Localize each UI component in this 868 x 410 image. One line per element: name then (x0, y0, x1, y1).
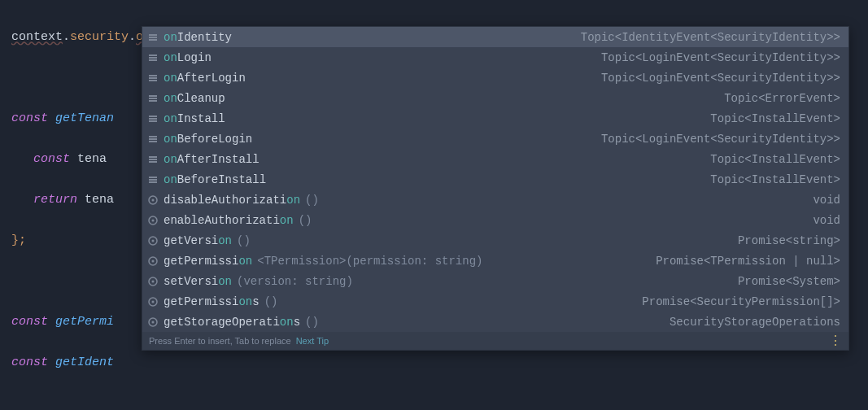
completion-label: onIdentity (164, 31, 232, 44)
code-token: context (11, 30, 63, 44)
method-icon (147, 215, 159, 226)
svg-rect-16 (149, 138, 157, 140)
svg-rect-18 (149, 156, 157, 158)
autocomplete-item[interactable]: getVersion()Promise<string> (142, 230, 848, 251)
autocomplete-item[interactable]: onCleanupTopic<ErrorEvent> (142, 88, 848, 108)
svg-rect-5 (149, 59, 157, 61)
svg-rect-14 (149, 120, 157, 122)
svg-point-31 (152, 260, 155, 262)
svg-rect-23 (149, 181, 157, 183)
autocomplete-item[interactable]: onLoginTopic<LoginEvent<SecurityIdentity… (142, 47, 848, 68)
svg-rect-3 (149, 55, 157, 56)
autocomplete-item[interactable]: disableAuthorization()void (142, 190, 848, 210)
more-options-icon[interactable]: ⋮ (829, 338, 842, 344)
completion-type: Promise<System> (738, 275, 840, 288)
autocomplete-list: onIdentityTopic<IdentityEvent<SecurityId… (142, 27, 848, 332)
svg-rect-1 (149, 37, 157, 38)
field-icon (147, 52, 159, 63)
autocomplete-item[interactable]: onIdentityTopic<IdentityEvent<SecurityId… (142, 27, 848, 47)
svg-rect-22 (149, 179, 157, 181)
field-icon (147, 72, 159, 84)
code-token: security (70, 30, 129, 44)
svg-point-29 (152, 239, 155, 242)
completion-params: () (305, 316, 319, 329)
svg-rect-15 (149, 136, 157, 137)
completion-label: onBeforeInstall (164, 173, 266, 186)
completion-params: () (305, 194, 319, 207)
completion-label: getVersion (164, 234, 232, 247)
autocomplete-item[interactable]: onBeforeLoginTopic<LoginEvent<SecurityId… (142, 129, 848, 149)
completion-type: void (813, 194, 840, 207)
svg-point-33 (152, 280, 155, 282)
completion-label: enableAuthorization (164, 214, 294, 227)
svg-rect-12 (149, 116, 157, 117)
completion-label: onLogin (164, 51, 212, 64)
autocomplete-item[interactable]: onInstallTopic<InstallEvent> (142, 108, 848, 129)
completion-label: getPermission (164, 255, 252, 268)
method-icon (147, 255, 159, 267)
autocomplete-item[interactable]: enableAuthorization()void (142, 210, 848, 230)
field-icon (147, 133, 159, 145)
autocomplete-item[interactable]: getStorageOperations()SecurityStorageOpe… (142, 312, 848, 332)
completion-label: onAfterLogin (164, 72, 246, 85)
completion-label: onCleanup (164, 92, 225, 105)
svg-rect-2 (149, 39, 157, 41)
field-icon (147, 113, 159, 124)
svg-point-35 (152, 300, 155, 303)
completion-type: Topic<InstallEvent> (710, 112, 840, 125)
completion-label: onInstall (164, 112, 225, 125)
footer-hint: Press Enter to insert, Tab to replace (149, 336, 291, 346)
svg-rect-19 (149, 159, 157, 160)
autocomplete-item[interactable]: getPermissions()Promise<SecurityPermissi… (142, 291, 848, 312)
field-icon (147, 154, 159, 165)
svg-point-37 (152, 321, 155, 323)
completion-type: Topic<InstallEvent> (710, 173, 840, 186)
svg-rect-10 (149, 98, 157, 99)
autocomplete-item[interactable]: getPermission<TPermission>(permission: s… (142, 251, 848, 271)
autocomplete-item[interactable]: onAfterLoginTopic<LoginEvent<SecurityIde… (142, 68, 848, 88)
completion-params: () (299, 214, 312, 227)
completion-type: Topic<InstallEvent> (710, 153, 840, 166)
svg-rect-0 (149, 34, 157, 36)
svg-rect-4 (149, 57, 157, 59)
completion-params: <TPermission>(permission: string) (257, 255, 482, 268)
svg-rect-9 (149, 95, 157, 97)
completion-type: Topic<LoginEvent<SecurityIdentity>> (601, 133, 840, 146)
autocomplete-item[interactable]: onAfterInstallTopic<InstallEvent> (142, 149, 848, 169)
completion-params: () (264, 295, 278, 308)
autocomplete-footer: Press Enter to insert, Tab to replace Ne… (142, 332, 848, 350)
svg-rect-21 (149, 177, 157, 178)
completion-params: (version: string) (237, 275, 353, 288)
completion-params: () (237, 234, 251, 247)
completion-type: Topic<ErrorEvent> (724, 92, 840, 105)
completion-label: getStorageOperations (164, 316, 300, 329)
completion-type: Topic<LoginEvent<SecurityIdentity>> (601, 72, 840, 85)
svg-rect-7 (149, 77, 157, 79)
svg-rect-20 (149, 161, 157, 163)
method-icon (147, 235, 159, 246)
field-icon (147, 174, 159, 185)
completion-type: void (813, 214, 840, 227)
field-icon (147, 32, 159, 43)
svg-rect-13 (149, 118, 157, 120)
completion-label: setVersion (164, 275, 232, 288)
method-icon (147, 296, 159, 308)
svg-rect-11 (149, 100, 157, 102)
next-tip-link[interactable]: Next Tip (296, 336, 329, 346)
svg-point-27 (152, 219, 155, 221)
completion-type: Topic<LoginEvent<SecurityIdentity>> (601, 51, 840, 64)
completion-type: Topic<IdentityEvent<SecurityIdentity>> (581, 31, 840, 44)
svg-rect-6 (149, 75, 157, 76)
svg-point-25 (152, 198, 155, 201)
method-icon (147, 316, 159, 328)
autocomplete-popup[interactable]: onIdentityTopic<IdentityEvent<SecurityId… (142, 26, 849, 351)
autocomplete-item[interactable]: onBeforeInstallTopic<InstallEvent> (142, 169, 848, 190)
completion-label: getPermissions (164, 295, 260, 308)
completion-type: Promise<string> (738, 234, 840, 247)
autocomplete-item[interactable]: setVersion(version: string)Promise<Syste… (142, 271, 848, 291)
svg-rect-8 (149, 80, 157, 81)
field-icon (147, 93, 159, 104)
completion-type: Promise<SecurityPermission[]> (642, 295, 840, 308)
completion-type: SecurityStorageOperations (670, 316, 840, 329)
completion-type: Promise<TPermission | null> (656, 255, 840, 268)
